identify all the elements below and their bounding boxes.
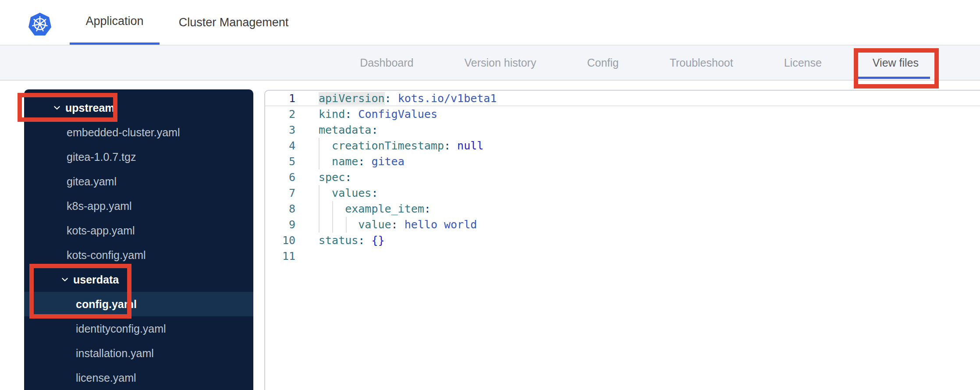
tree-file-config-yaml-selected[interactable]: config.yaml	[24, 292, 253, 316]
indent-guide	[319, 154, 320, 170]
line-number: 3	[265, 122, 295, 138]
code-text: value: hello world	[295, 217, 477, 233]
tree-item-label: userdata	[73, 273, 119, 286]
secondary-nav: Dashboard Version history Config Trouble…	[0, 46, 980, 81]
tree-file-license[interactable]: license.yaml	[24, 365, 253, 390]
code-line: 9 value: hello world	[265, 217, 980, 233]
tree-item-label: installation.yaml	[76, 347, 154, 360]
code-line: 4 creationTimestamp: null	[265, 138, 980, 154]
nav-tab-dashboard-label: Dashboard	[360, 57, 413, 69]
code-line: 2 kind: ConfigValues	[265, 106, 980, 122]
code-line: 1 apiVersion: kots.io/v1beta1	[265, 91, 980, 106]
nav-tab-version-history-label: Version history	[464, 57, 536, 69]
tree-file-installation[interactable]: installation.yaml	[24, 341, 253, 365]
chevron-down-icon	[53, 104, 61, 112]
chevron-down-icon	[61, 276, 69, 284]
line-number: 11	[265, 248, 295, 264]
code-line: 5 name: gitea	[265, 154, 980, 170]
tree-folder-upstream[interactable]: upstream	[24, 96, 253, 120]
nav-tab-config-label: Config	[587, 57, 618, 69]
indent-guide	[332, 217, 333, 233]
line-number: 8	[265, 201, 295, 217]
line-number: 2	[265, 106, 295, 122]
tree-file-gitea-tgz[interactable]: gitea-1.0.7.tgz	[24, 145, 253, 169]
code-text: spec:	[295, 170, 352, 185]
line-number: 9	[265, 217, 295, 233]
tree-file-kots-app[interactable]: kots-app.yaml	[24, 218, 253, 243]
tree-item-label: kots-config.yaml	[67, 249, 146, 262]
nav-tab-dashboard[interactable]: Dashboard	[360, 46, 413, 80]
line-number: 10	[265, 233, 295, 248]
top-bar: Application Cluster Management	[0, 0, 980, 46]
line-number: 5	[265, 154, 295, 170]
code-text: name: gitea	[295, 154, 405, 170]
code-text: values:	[295, 185, 378, 201]
line-number: 7	[265, 185, 295, 201]
nav-tab-view-files-label: View files	[873, 57, 919, 69]
tab-application[interactable]: Application	[70, 0, 160, 45]
tree-item-label: license.yaml	[76, 372, 136, 384]
active-tab-underline	[858, 77, 930, 79]
nav-tab-view-files[interactable]: View files	[873, 46, 919, 80]
nav-tab-troubleshoot-label: Troubleshoot	[670, 57, 733, 69]
tree-item-label: gitea-1.0.7.tgz	[67, 151, 136, 163]
code-text: kind: ConfigValues	[295, 106, 437, 122]
nav-tab-license[interactable]: License	[784, 46, 822, 80]
nav-tab-version-history[interactable]: Version history	[464, 46, 536, 80]
tree-item-label: k8s-app.yaml	[67, 200, 132, 213]
code-text: example_item:	[295, 201, 431, 217]
code-line: 7 values:	[265, 185, 980, 201]
indent-guide	[319, 185, 320, 201]
indent-guide	[319, 217, 320, 233]
code-line: 10 status: {}	[265, 233, 980, 248]
indent-guide	[346, 217, 347, 233]
tree-item-label: identityconfig.yaml	[76, 323, 166, 335]
nav-tab-license-label: License	[784, 57, 822, 69]
tree-item-label: upstream	[65, 102, 115, 114]
tab-cluster-management[interactable]: Cluster Management	[164, 0, 303, 45]
tree-file-gitea-yaml[interactable]: gitea.yaml	[24, 169, 253, 194]
code-text	[295, 248, 319, 264]
code-line: 3 metadata:	[265, 122, 980, 138]
code-line: 6 spec:	[265, 170, 980, 185]
tree-file-kots-config[interactable]: kots-config.yaml	[24, 243, 253, 267]
indent-guide	[319, 201, 320, 217]
tree-item-label: embedded-cluster.yaml	[67, 126, 180, 139]
tree-item-label: config.yaml	[76, 298, 137, 311]
kots-admin-console: Application Cluster Management Dashboard…	[0, 0, 980, 390]
nav-tab-troubleshoot[interactable]: Troubleshoot	[670, 46, 733, 80]
tree-folder-userdata[interactable]: userdata	[24, 267, 253, 292]
line-number: 4	[265, 138, 295, 154]
tree-item-label: gitea.yaml	[67, 175, 117, 188]
code-text: creationTimestamp: null	[295, 138, 483, 154]
code-text: metadata:	[295, 122, 378, 138]
code-text: apiVersion: kots.io/v1beta1	[295, 91, 497, 105]
tree-file-identityconfig[interactable]: identityconfig.yaml	[24, 316, 253, 341]
kubernetes-logo-icon	[28, 12, 52, 37]
tab-application-label: Application	[85, 14, 143, 28]
line-number: 1	[265, 91, 295, 105]
line-number: 6	[265, 170, 295, 185]
code-line: 11	[265, 248, 980, 264]
indent-guide	[319, 138, 320, 154]
tab-cluster-management-label: Cluster Management	[179, 16, 289, 29]
tree-item-label: kots-app.yaml	[67, 224, 135, 237]
indent-guide	[332, 201, 333, 217]
nav-tab-config[interactable]: Config	[587, 46, 618, 80]
tree-file-k8s-app[interactable]: k8s-app.yaml	[24, 194, 253, 218]
code-text: status: {}	[295, 233, 385, 248]
file-tree: upstream embedded-cluster.yaml gitea-1.0…	[24, 89, 253, 390]
code-line: 8 example_item:	[265, 201, 980, 217]
file-content-viewer[interactable]: 1 apiVersion: kots.io/v1beta1 2 kind: Co…	[264, 90, 980, 390]
tree-file-embedded-cluster[interactable]: embedded-cluster.yaml	[24, 120, 253, 145]
